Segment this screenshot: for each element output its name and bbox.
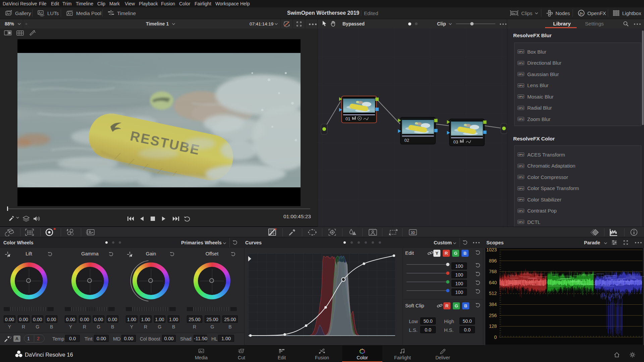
svg-text:1023: 1023 — [486, 248, 497, 252]
svg-text:384: 384 — [489, 302, 497, 307]
svg-text:640: 640 — [489, 280, 497, 285]
svg-text:128: 128 — [489, 323, 497, 329]
svg-text:3D: 3D — [411, 231, 415, 235]
svg-text:03: 03 — [453, 139, 458, 144]
svg-text:01: 01 — [345, 116, 350, 121]
svg-text:fx: fx — [580, 11, 583, 15]
svg-text:0: 0 — [494, 335, 497, 340]
svg-text:02: 02 — [405, 138, 409, 143]
svg-text:768: 768 — [489, 269, 497, 274]
svg-text:256: 256 — [489, 313, 497, 318]
svg-text:896: 896 — [489, 258, 497, 263]
svg-text:512: 512 — [489, 291, 497, 296]
